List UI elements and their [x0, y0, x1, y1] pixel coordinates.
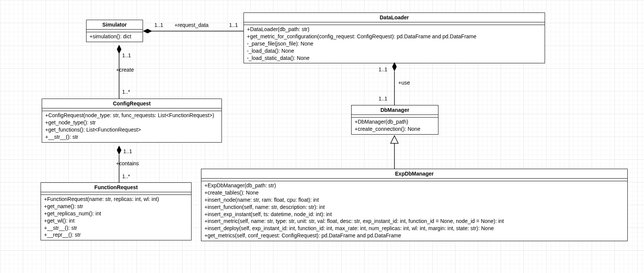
member: +ConfigRequest(node_type: str, func_requ… — [45, 112, 218, 119]
class-dataloader: DataLoader +DataLoader(db_path: str) +ge… — [243, 13, 545, 63]
class-dbmanager: DbManager +DbManager(db_path) +create_co… — [351, 105, 438, 135]
class-dbmanager-title: DbManager — [352, 105, 438, 115]
member: +insert_function(self, name: str, descri… — [204, 204, 624, 211]
class-dataloader-members: +DataLoader(db_path: str) +get_metric_fo… — [244, 25, 545, 63]
member: +insert_deploy(self, exp_instant_id: int… — [204, 225, 624, 232]
member: +ExpDbManager(db_path: str) — [204, 182, 624, 189]
member: +insert_node(name: str, ram: float, cpu:… — [204, 196, 624, 204]
member: +get_functions(): List<FunctionRequest> — [45, 126, 218, 133]
class-functionrequest: FunctionRequest +FunctionRequest(name: s… — [41, 182, 192, 240]
class-functionrequest-title: FunctionRequest — [41, 183, 191, 192]
class-functionrequest-members: +FunctionRequest(name: str, replicas: in… — [41, 195, 191, 240]
class-expdbmanager: ExpDbManager +ExpDbManager(db_path: str)… — [201, 169, 628, 241]
mult-dataloader-dbmanager-top: 1..1 — [379, 66, 387, 72]
mult-simulator-configrequest-top: 1..1 — [122, 52, 131, 58]
member: +__str__(): str — [45, 133, 218, 141]
edge-dataloader-dbmanager — [392, 62, 397, 105]
member: +simulation(): dict — [90, 33, 140, 40]
member: -_load_data(): None — [247, 47, 542, 55]
mult-configrequest-functionrequest-top: 1..1 — [123, 148, 132, 154]
class-configrequest-attr-spacer — [42, 108, 221, 111]
class-dbmanager-attr-spacer — [352, 115, 438, 118]
svg-marker-7 — [392, 62, 397, 71]
edge-simulator-dataloader — [143, 29, 243, 33]
class-functionrequest-attr-spacer — [41, 192, 191, 195]
member: +get_name(): str — [44, 203, 188, 210]
edge-dbmanager-expdbmanager — [391, 136, 398, 169]
mult-simulator-dataloader-right: 1..1 — [229, 22, 238, 28]
name-simulator-dataloader: +request_data — [174, 22, 209, 28]
svg-marker-9 — [391, 136, 398, 143]
mult-simulator-configrequest-bot: 1..* — [122, 89, 130, 95]
member: +get_replicas_num(): int — [44, 210, 188, 217]
member: +FunctionRequest(name: str, replicas: in… — [44, 196, 188, 203]
member: +get_metrics(self, conf_request: ConfigR… — [204, 232, 624, 239]
member: +__repr__(): str — [44, 231, 188, 238]
mult-configrequest-functionrequest-bot: 1..* — [122, 173, 130, 179]
class-simulator-attr-spacer — [86, 30, 143, 32]
class-expdbmanager-title: ExpDbManager — [201, 169, 627, 179]
svg-marker-3 — [117, 45, 121, 54]
class-simulator: Simulator +simulation(): dict — [86, 20, 143, 42]
class-configrequest-members: +ConfigRequest(node_type: str, func_requ… — [42, 111, 221, 142]
class-configrequest: ConfigRequest +ConfigRequest(node_type: … — [42, 99, 222, 143]
svg-marker-1 — [143, 29, 152, 33]
member: +insert_metric(self, name: str, type: st… — [204, 218, 624, 225]
class-simulator-title: Simulator — [86, 20, 143, 30]
class-simulator-members: +simulation(): dict — [86, 32, 143, 42]
member: +DataLoader(db_path: str) — [247, 26, 542, 33]
member: +DbManager(db_path) — [355, 118, 435, 126]
name-dataloader-dbmanager: +use — [398, 80, 410, 86]
class-dataloader-attr-spacer — [244, 22, 545, 25]
mult-dataloader-dbmanager-bot: 1..1 — [379, 96, 387, 102]
class-dataloader-title: DataLoader — [244, 13, 545, 22]
class-configrequest-title: ConfigRequest — [42, 99, 221, 108]
member: +get_metric_for_configuration(config_req… — [247, 33, 542, 40]
class-dbmanager-members: +DbManager(db_path) +create_connection()… — [352, 118, 438, 134]
member: +insert_exp_instant(self, ts: datetime, … — [204, 211, 624, 218]
svg-marker-5 — [117, 146, 121, 155]
member: +get_node_type(): str — [45, 119, 218, 126]
name-configrequest-functionrequest: +contains — [116, 160, 139, 166]
member: +create_connection(): None — [355, 126, 435, 133]
class-expdbmanager-members: +ExpDbManager(db_path: str) +create_tabl… — [201, 181, 627, 241]
class-expdbmanager-attr-spacer — [201, 179, 627, 181]
member: +create_tables(): None — [204, 189, 624, 196]
name-simulator-configrequest: +create — [116, 67, 134, 73]
member: +__str__(): str — [44, 224, 188, 232]
member: -_load_static_data(): None — [247, 55, 542, 62]
member: -_parse_file(json_file): None — [247, 40, 542, 47]
mult-simulator-dataloader-left: 1..1 — [154, 22, 163, 28]
member: +get_wl(): int — [44, 217, 188, 224]
